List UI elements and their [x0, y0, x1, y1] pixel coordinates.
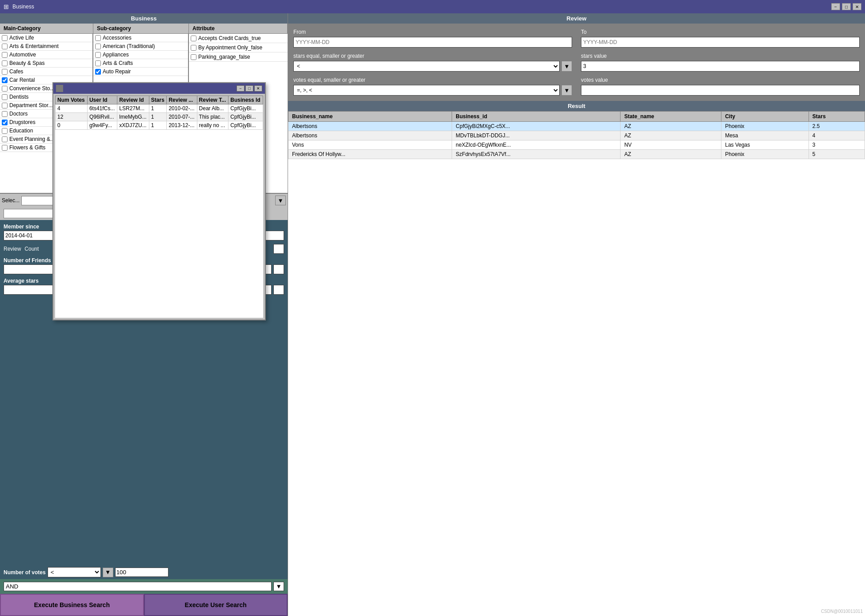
friends-btn[interactable]: [273, 264, 284, 274]
stars-operator-dropdown-btn[interactable]: ▼: [561, 61, 572, 72]
sub-american[interactable]: American (Traditional): [93, 42, 188, 51]
stars-operator-select[interactable]: < > = <= >=: [293, 61, 560, 72]
table-header-row: Business_name Business_id State_name Cit…: [288, 112, 865, 122]
category-cafes[interactable]: Cafes: [0, 68, 92, 76]
attr-credit-cards-checkbox[interactable]: [191, 36, 196, 41]
and-operator-input[interactable]: [4, 582, 272, 591]
category-cafes-checkbox[interactable]: [2, 69, 8, 75]
popup-content[interactable]: Num Votes User Id Review Id Stars Review…: [55, 96, 263, 318]
attr-credit-cards[interactable]: Accepts Credit Cards_true: [189, 34, 288, 43]
category-convenience-checkbox[interactable]: [2, 86, 8, 92]
col-business-name: Business_name: [288, 112, 452, 122]
cell-stars: 4: [809, 131, 865, 140]
execute-user-button[interactable]: Execute User Search: [144, 594, 288, 616]
popup-header-row: Num Votes User Id Review Id Stars Review…: [56, 96, 263, 104]
sub-accessories[interactable]: Accessories: [93, 34, 188, 42]
category-beauty-checkbox[interactable]: [2, 60, 8, 66]
cell-stars: 5: [809, 150, 865, 159]
from-label: From: [293, 29, 572, 35]
select-label: Selec...: [2, 197, 20, 204]
cell-stars: 2.5: [809, 122, 865, 131]
execute-business-button[interactable]: Execute Business Search: [0, 594, 144, 616]
votes-value-label: votes value: [581, 77, 860, 83]
table-row[interactable]: Albertsons CpfGjyBi2MXgC-c5X... AZ Phoen…: [288, 122, 865, 131]
logic-operator-input[interactable]: OR: [4, 209, 57, 218]
category-doctors-checkbox[interactable]: [2, 111, 8, 117]
minimize-button[interactable]: −: [831, 3, 840, 10]
category-event-checkbox[interactable]: [2, 136, 8, 142]
popup-minimize-btn[interactable]: −: [236, 85, 244, 92]
cell-city: Phoenix: [721, 122, 809, 131]
category-education-checkbox[interactable]: [2, 128, 8, 134]
result-data-table: Business_name Business_id State_name Cit…: [288, 111, 865, 159]
category-dentists-checkbox[interactable]: [2, 94, 8, 100]
popup-maximize-btn[interactable]: □: [245, 85, 253, 92]
votes-value-review-input[interactable]: [581, 85, 860, 96]
sub-arts-crafts-checkbox[interactable]: [95, 60, 101, 66]
review-form: From To stars equal, smaller or greater: [288, 24, 865, 101]
sub-arts-crafts[interactable]: Arts & Crafts: [93, 59, 188, 68]
review-count-btn[interactable]: [273, 244, 284, 254]
votes-row: Number of votes < > = ▼: [0, 565, 288, 579]
result-table[interactable]: Business_name Business_id State_name Cit…: [288, 111, 865, 616]
votes-equal-label: votes equal, smaller or greater: [293, 77, 572, 83]
cell-business-name: Vons: [288, 140, 452, 150]
maximize-button[interactable]: □: [842, 3, 851, 10]
attr-appointment-checkbox[interactable]: [191, 45, 196, 51]
col-stars: Stars: [809, 112, 865, 122]
sub-accessories-checkbox[interactable]: [95, 35, 101, 41]
votes-operator-dropdown-btn[interactable]: ▼: [561, 85, 572, 96]
result-section: Result Business_name Business_id State_n…: [288, 101, 865, 616]
cell-state: AZ: [621, 131, 721, 140]
popup-table-row[interactable]: 4 6ts41fCs... LSR27M... 1 2010-02-... De…: [56, 104, 263, 113]
category-active-life-checkbox[interactable]: [2, 35, 8, 41]
stars-value-input[interactable]: [581, 61, 860, 72]
popup-controls: − □ ✕: [236, 85, 262, 92]
category-flowers-checkbox[interactable]: [2, 145, 8, 151]
votes-label: Number of votes: [4, 569, 46, 576]
close-button[interactable]: ✕: [853, 3, 861, 10]
app-icon: ⊞: [4, 3, 9, 10]
to-input[interactable]: [581, 37, 860, 48]
cell-business-id: neXZIcd-OEgWfkxnE...: [452, 140, 621, 150]
sub-auto-repair[interactable]: Auto Repair: [93, 68, 188, 76]
popup-title-bar: − □ ✕: [53, 83, 265, 94]
votes-operator-review-select[interactable]: =, >, < < > =: [293, 85, 560, 96]
category-department-checkbox[interactable]: [2, 103, 8, 108]
attr-parking[interactable]: Parking_garage_false: [189, 52, 288, 62]
category-arts-entertainment[interactable]: Arts & Entertainment: [0, 42, 92, 51]
stars-equal-group: stars equal, smaller or greater < > = <=…: [293, 53, 572, 72]
select-input[interactable]: [21, 196, 57, 205]
attribute-dropdown-btn[interactable]: ▼: [275, 196, 286, 205]
votes-operator-select[interactable]: < > =: [48, 567, 101, 577]
category-active-life[interactable]: Active Life: [0, 34, 92, 42]
avg-stars-btn[interactable]: [273, 285, 284, 295]
category-beauty-spas[interactable]: Beauty & Spas: [0, 59, 92, 68]
category-automotive[interactable]: Automotive: [0, 51, 92, 59]
attr-appointment[interactable]: By Appointment Only_false: [189, 43, 288, 52]
sub-appliances-checkbox[interactable]: [95, 52, 101, 58]
votes-equal-group: votes equal, smaller or greater =, >, < …: [293, 77, 572, 96]
attr-parking-checkbox[interactable]: [191, 54, 196, 60]
table-row[interactable]: Fredericks Of Hollyw... SzFdrvhysEx57tA7…: [288, 150, 865, 159]
sub-appliances[interactable]: Appliances: [93, 51, 188, 59]
category-arts-checkbox[interactable]: [2, 44, 8, 49]
cell-business-id: MDvTBLbkDT-DDGJ...: [452, 131, 621, 140]
votes-dropdown-btn[interactable]: ▼: [103, 568, 113, 577]
from-group: From: [293, 29, 572, 48]
table-row[interactable]: Vons neXZIcd-OEgWfkxnE... NV Las Vegas 3: [288, 140, 865, 150]
sub-american-checkbox[interactable]: [95, 44, 101, 49]
table-row[interactable]: Albertsons MDvTBLbkDT-DDGJ... AZ Mesa 4: [288, 131, 865, 140]
and-dropdown-btn[interactable]: ▼: [273, 582, 284, 591]
category-car-rental-checkbox[interactable]: [2, 77, 8, 83]
category-drugstores-checkbox[interactable]: [2, 120, 8, 125]
popup-table-row[interactable]: 0 g9w4Fy... xXDJ7ZU... 1 2013-12-... rea…: [56, 121, 263, 130]
votes-value-input[interactable]: [115, 568, 168, 577]
popup-table-row[interactable]: 12 Q96lRvil... lmeMybG... 1 2010-07-... …: [56, 113, 263, 121]
sub-auto-repair-checkbox[interactable]: [95, 69, 101, 75]
category-automotive-checkbox[interactable]: [2, 52, 8, 58]
popup-icon: [56, 85, 63, 92]
popup-close-btn[interactable]: ✕: [254, 85, 262, 92]
from-input[interactable]: [293, 37, 572, 48]
cell-business-id: SzFdrvhysEx57tA7Vf...: [452, 150, 621, 159]
